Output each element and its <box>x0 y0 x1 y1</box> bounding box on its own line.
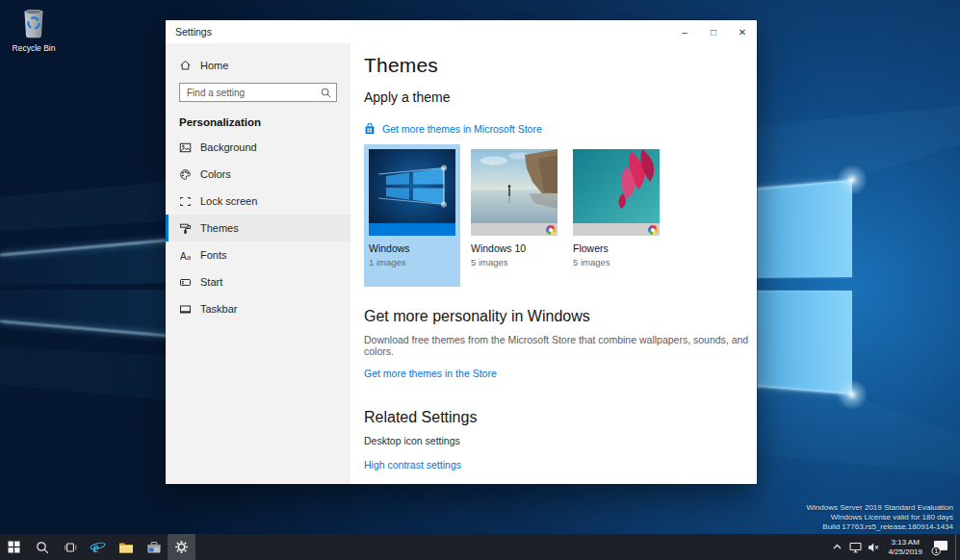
sidebar-item-start[interactable]: Start <box>166 268 350 295</box>
personality-heading: Get more personality in Windows <box>364 308 749 325</box>
minimize-button[interactable]: – <box>670 20 699 43</box>
theme-card-windows-10[interactable]: Windows 10 5 images <box>466 144 562 287</box>
windows-10-theme-preview <box>471 149 558 223</box>
theme-card-windows[interactable]: Windows 1 images <box>364 144 460 287</box>
apply-theme-heading: Apply a theme <box>364 89 749 105</box>
sidebar-item-home[interactable]: Home <box>166 55 350 75</box>
sidebar-item-lock-screen[interactable]: Lock screen <box>166 188 350 215</box>
flowers-theme-preview <box>573 149 660 223</box>
notification-count-badge: 1 <box>934 547 938 554</box>
sidebar-section-label: Personalization <box>179 116 337 128</box>
background-icon <box>179 141 192 154</box>
sync-your-settings-link[interactable]: Sync your settings <box>364 483 447 484</box>
theme-strip <box>369 223 455 236</box>
personality-section: Get more personality in Windows Download… <box>364 308 749 381</box>
settings-taskbar-button[interactable] <box>168 534 195 560</box>
theme-name: Windows 10 <box>471 242 558 254</box>
related-settings-section: Related Settings Desktop icon settings H… <box>364 409 749 484</box>
title-bar[interactable]: Settings – □ ✕ <box>166 20 757 43</box>
store-link-label: Get more themes in Microsoft Store <box>382 123 542 135</box>
tray-show-hidden-icons-button[interactable] <box>828 534 846 560</box>
taskbar-search-button[interactable] <box>28 534 56 560</box>
personality-body: Download free themes from the Microsoft … <box>364 334 749 357</box>
pinwheel-color-icon <box>648 225 658 235</box>
sidebar-home-label: Home <box>200 60 228 71</box>
paint-roller-icon <box>179 222 192 235</box>
sidebar-item-label: Fonts <box>200 249 227 261</box>
task-view-button[interactable] <box>56 534 84 560</box>
windows-theme-preview <box>369 149 455 223</box>
tray-volume-button[interactable] <box>865 534 883 560</box>
search-input[interactable] <box>180 88 316 98</box>
server-manager-icon <box>146 541 162 554</box>
theme-image-count: 5 images <box>471 257 558 267</box>
related-settings-heading: Related Settings <box>364 409 749 426</box>
show-desktop-button[interactable] <box>955 534 960 560</box>
recycle-bin-desktop-icon[interactable]: Recycle Bin <box>6 6 62 53</box>
theme-cards: Windows 1 images <box>364 144 749 287</box>
system-info-line: Windows License valid for 180 days <box>806 513 953 522</box>
sidebar-item-label: Background <box>200 141 257 153</box>
svg-text:e: e <box>92 541 98 555</box>
action-center-icon: 1 <box>930 539 949 556</box>
sidebar-item-background[interactable]: Background <box>166 134 350 161</box>
theme-strip <box>573 223 660 236</box>
themes-page: Themes Apply a theme Get more themes in … <box>350 43 757 484</box>
theme-strip <box>471 223 558 236</box>
theme-name: Windows <box>369 242 455 254</box>
system-info-line: Build 17763.rs5_release.180914-1434 <box>806 522 953 532</box>
sidebar-item-fonts[interactable]: A a Fonts <box>166 242 350 268</box>
page-title: Themes <box>364 54 749 77</box>
start-icon <box>179 276 192 289</box>
taskbar: e <box>0 534 960 560</box>
system-tray: 3:13 AM 4/25/2019 1 <box>828 534 960 560</box>
search-icon <box>36 541 49 554</box>
taskbar-icon <box>179 303 192 316</box>
theme-image-count: 1 images <box>369 257 455 267</box>
desktop-icon-settings-link[interactable]: Desktop icon settings <box>364 435 749 446</box>
tray-network-button[interactable] <box>846 534 865 560</box>
file-explorer-button[interactable] <box>112 534 140 560</box>
clock-time: 3:13 AM <box>888 538 922 547</box>
sidebar-item-label: Taskbar <box>200 303 238 315</box>
start-button[interactable] <box>0 534 28 560</box>
home-icon <box>179 59 192 71</box>
theme-name: Flowers <box>573 242 660 254</box>
get-more-themes-store-link[interactable]: Get more themes in Microsoft Store <box>364 122 542 135</box>
theme-card-flowers[interactable]: Flowers 5 images <box>568 144 664 287</box>
recycle-bin-label: Recycle Bin <box>6 43 62 53</box>
internet-explorer-button[interactable]: e <box>84 534 112 560</box>
maximize-button[interactable]: □ <box>699 20 728 43</box>
desktop: Recycle Bin Windows Server 2019 Standard… <box>0 0 960 560</box>
sidebar-item-label: Start <box>200 276 222 288</box>
sidebar-item-colors[interactable]: Colors <box>166 161 350 188</box>
clock-date: 4/25/2019 <box>888 547 922 557</box>
settings-sidebar: Home Personalization <box>166 43 350 484</box>
sidebar-item-taskbar[interactable]: Taskbar <box>166 295 350 322</box>
sidebar-item-themes[interactable]: Themes <box>166 215 350 242</box>
file-explorer-icon <box>118 541 134 554</box>
action-center-button[interactable]: 1 <box>927 534 952 560</box>
internet-explorer-icon: e <box>90 539 106 555</box>
high-contrast-settings-link[interactable]: High contrast settings <box>364 459 461 471</box>
theme-image-count: 5 images <box>573 257 660 267</box>
server-manager-button[interactable] <box>140 534 168 560</box>
close-button[interactable]: ✕ <box>728 20 757 43</box>
system-info-line: Windows Server 2019 Standard Evaluation <box>806 503 953 513</box>
theme-thumbnail <box>573 149 660 236</box>
taskbar-clock[interactable]: 3:13 AM 4/25/2019 <box>888 538 922 556</box>
task-view-icon <box>64 541 77 554</box>
fonts-icon: A a <box>179 249 192 262</box>
network-ethernet-icon <box>849 542 862 553</box>
sidebar-item-label: Themes <box>200 222 239 234</box>
chevron-up-icon <box>832 542 843 552</box>
get-more-themes-link[interactable]: Get more themes in the Store <box>364 368 497 379</box>
windows-logo-icon <box>8 541 20 553</box>
search-icon[interactable] <box>316 88 336 98</box>
system-info-watermark: Windows Server 2019 Standard Evaluation … <box>806 503 953 532</box>
window-controls: – □ ✕ <box>670 20 757 43</box>
recycle-bin-icon <box>19 6 48 38</box>
window-title: Settings <box>166 26 212 38</box>
theme-thumbnail <box>471 149 558 236</box>
speaker-muted-icon <box>868 542 880 553</box>
